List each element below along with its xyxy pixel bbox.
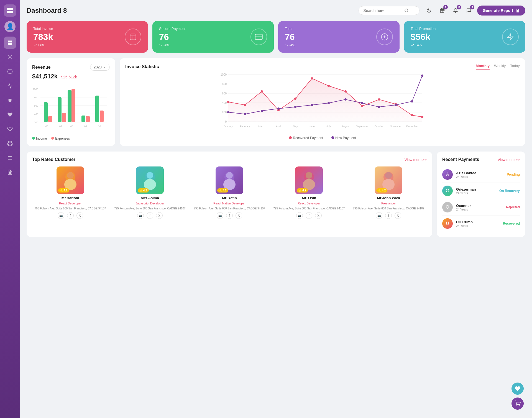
sidebar-item-analytics[interactable] (4, 80, 16, 92)
year-selector[interactable]: 2023 (90, 64, 110, 71)
customer-item: ⭐ 4.2 Mr.Hariom React Developer 795 Fols… (32, 166, 108, 219)
customer-name: Mr.Hariom (62, 196, 79, 200)
cart-float-button[interactable] (511, 398, 524, 410)
svg-point-72 (227, 101, 229, 103)
svg-point-77 (311, 77, 313, 80)
total-change: -4% (285, 43, 295, 47)
svg-point-97 (421, 75, 423, 77)
svg-text:December: December (406, 125, 418, 128)
customer-avatar: ⭐ 4.2 (295, 166, 323, 194)
twitter-icon[interactable]: 𝕏 (76, 212, 83, 219)
svg-rect-52 (95, 96, 99, 122)
bell-icon-btn[interactable]: 12 (451, 6, 461, 16)
svg-rect-49 (68, 90, 71, 122)
svg-line-20 (407, 11, 408, 12)
twitter-icon[interactable]: 𝕏 (395, 212, 401, 219)
sidebar-item-favorites[interactable] (4, 94, 16, 106)
svg-rect-24 (517, 10, 518, 12)
svg-rect-51 (86, 116, 90, 122)
payment-name: Uli Trumb (456, 220, 500, 224)
svg-point-120 (306, 172, 312, 179)
svg-point-76 (294, 98, 296, 100)
revenue-card: Revenue 2023 $41,512k $25,612k 1000 (27, 58, 115, 146)
customer-role: React Developer (59, 202, 82, 205)
sidebar-item-print[interactable] (4, 137, 16, 150)
tab-today[interactable]: Today (510, 64, 520, 70)
svg-point-126 (519, 406, 520, 406)
customers-title: Top Rated Customer (32, 157, 75, 162)
chat-icon-btn[interactable]: 5 (464, 6, 474, 16)
instagram-icon[interactable]: 📷 (376, 212, 382, 219)
svg-text:07: 07 (59, 125, 62, 128)
instagram-icon[interactable]: 📷 (137, 212, 144, 219)
facebook-icon[interactable]: f (147, 212, 153, 219)
search-input[interactable] (363, 8, 402, 13)
generate-report-button[interactable]: Generate Report (477, 6, 525, 16)
search-box[interactable] (359, 6, 420, 15)
svg-rect-47 (62, 113, 66, 122)
invoice-card: Invoice Statistic Monthly Weekly Today (120, 58, 525, 146)
invoice-change: +4% (33, 43, 53, 47)
rating: ⭐ 4.2 (217, 188, 228, 193)
payment-age: 24 Years (456, 191, 496, 195)
sidebar-item-settings[interactable] (4, 51, 16, 63)
svg-text:October: October (375, 125, 383, 128)
sidebar-item-info[interactable] (4, 65, 16, 78)
support-float-button[interactable] (511, 383, 524, 395)
facebook-icon[interactable]: f (306, 212, 312, 219)
tab-weekly[interactable]: Weekly (494, 64, 506, 70)
svg-point-94 (378, 106, 380, 108)
instagram-icon[interactable]: 📷 (217, 212, 223, 219)
svg-marker-12 (8, 98, 12, 102)
svg-point-91 (328, 102, 330, 104)
gift-icon-btn[interactable]: 2 (437, 6, 447, 16)
dark-mode-toggle[interactable] (424, 6, 434, 16)
svg-point-78 (328, 85, 330, 87)
payment-item: U Uli Trumb 24 Years Recovered (442, 216, 520, 232)
svg-text:November: November (390, 125, 401, 128)
payments-view-more[interactable]: View more >> (498, 158, 520, 162)
facebook-icon[interactable]: f (226, 212, 233, 219)
avatar[interactable]: 👤 (4, 21, 16, 32)
svg-rect-46 (58, 97, 62, 122)
gift-badge: 2 (443, 5, 448, 9)
twitter-icon[interactable]: 𝕏 (236, 212, 242, 219)
sidebar-item-reports[interactable] (4, 166, 16, 178)
payment-age: 24 Years (456, 208, 503, 211)
svg-text:September: September (356, 125, 368, 128)
rating: ⭐ 4.2 (376, 188, 387, 193)
customer-item: ⭐ 4.2 Mrs.Asima Javascript Developer 795… (112, 166, 188, 219)
new-payment-legend: New Payment (335, 136, 356, 140)
svg-rect-45 (48, 116, 52, 122)
payment-name: Oconner (456, 204, 503, 208)
svg-rect-25 (518, 9, 519, 12)
sidebar-item-menu[interactable] (4, 152, 16, 164)
twitter-icon[interactable]: 𝕏 (315, 212, 322, 219)
sidebar-item-heart2[interactable] (4, 123, 16, 135)
svg-point-73 (244, 104, 246, 106)
facebook-icon[interactable]: f (385, 212, 392, 219)
instagram-icon[interactable]: 📷 (58, 212, 64, 219)
svg-point-87 (261, 110, 263, 112)
chat-badge: 5 (470, 5, 474, 9)
sidebar-item-dashboard[interactable] (4, 37, 16, 49)
bell-badge: 12 (457, 5, 461, 9)
svg-rect-50 (81, 116, 85, 122)
facebook-icon[interactable]: f (67, 212, 74, 219)
svg-point-111 (67, 172, 74, 179)
tab-monthly[interactable]: Monthly (476, 64, 490, 70)
header: Dashboard 8 2 12 5 Generate Report (27, 6, 525, 16)
sidebar-item-heart[interactable] (4, 109, 16, 121)
invoice-label: Total invoice (33, 27, 53, 31)
svg-text:1000: 1000 (221, 73, 227, 76)
instagram-icon[interactable]: 📷 (296, 212, 303, 219)
svg-text:August: August (342, 125, 350, 128)
twitter-icon[interactable]: 𝕏 (156, 212, 163, 219)
payment-name: Griezerman (456, 187, 496, 191)
svg-text:May: May (293, 125, 298, 128)
customer-address: 795 Folsom Ave, Suite 600 San Francisco,… (273, 207, 345, 211)
svg-rect-29 (255, 34, 262, 40)
sidebar-logo[interactable] (4, 4, 16, 17)
customers-view-more[interactable]: View more >> (405, 158, 427, 162)
svg-text:1000: 1000 (33, 88, 38, 91)
